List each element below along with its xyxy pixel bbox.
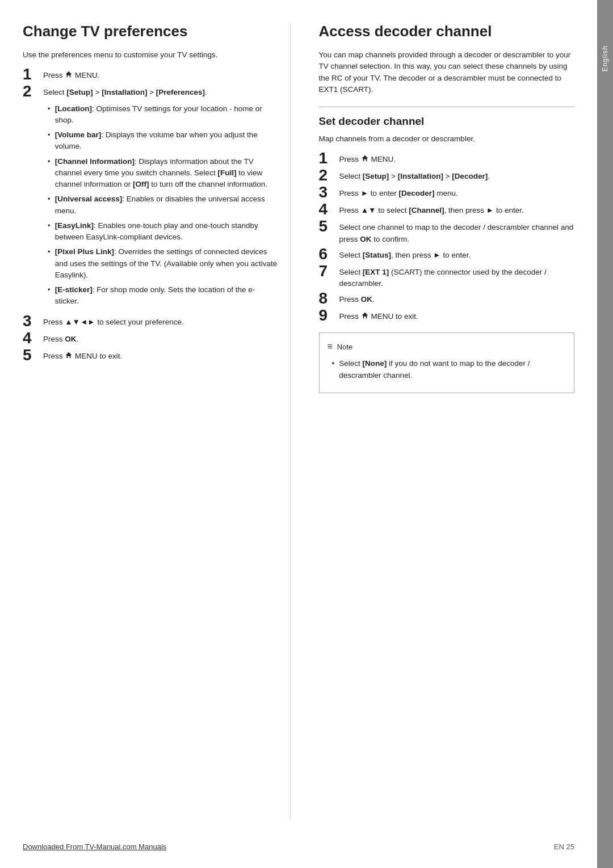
svg-marker-1	[66, 352, 72, 358]
bullet-item-volume: [Volume bar]: Displays the volume bar wh…	[48, 129, 279, 153]
step-content-3: Press ▲▼◄► to select your preference.	[43, 315, 184, 328]
left-step-2: 2 Select [Setup] > [Installation] > [Pre…	[23, 86, 279, 311]
note-bullet-1: Select [None] if you do not want to map …	[332, 358, 566, 381]
right-step-number-1: 1	[319, 150, 339, 166]
left-steps: 1 Press MENU. 2 Select [Setup] > [Instal…	[23, 69, 279, 363]
right-step-4: 4 Press ▲▼ to select [Channel], then pre…	[319, 204, 575, 217]
step-content-1: Press MENU.	[43, 69, 100, 81]
right-step-number-2: 2	[319, 167, 339, 183]
left-step-3: 3 Press ▲▼◄► to select your preference.	[23, 315, 279, 329]
footer-page: EN 25	[554, 842, 574, 851]
step-number-5: 5	[23, 347, 43, 363]
bullet-list-2: [Location]: Optimises TV settings for yo…	[48, 103, 279, 307]
right-steps: 1 Press MENU. 2 Select [Setup] > [Instal…	[319, 153, 575, 323]
home-icon-r1	[361, 154, 369, 162]
right-step-number-6: 6	[319, 246, 339, 262]
step-content-2: Select [Setup] > [Installation] > [Prefe…	[43, 86, 279, 311]
note-box: ≡ Note Select [None] if you do not want …	[319, 332, 575, 393]
right-step-number-4: 4	[319, 201, 339, 217]
bullet-item-pixel: [Pixel Plus Link]: Overrides the setting…	[48, 246, 279, 281]
right-step-number-7: 7	[319, 263, 339, 279]
left-intro: Use the preferences menu to customise yo…	[23, 49, 279, 61]
right-step-9: 9 Press MENU to exit.	[319, 310, 575, 323]
right-step-2: 2 Select [Setup] > [Installation] > [Dec…	[319, 170, 575, 183]
left-title: Change TV preferences	[23, 23, 279, 40]
main-content: Change TV preferences Use the preference…	[0, 0, 597, 868]
right-step-content-3: Press ► to enter [Decoder] menu.	[339, 187, 458, 199]
step-content-4: Press OK.	[43, 332, 78, 345]
right-step-number-9: 9	[319, 307, 339, 323]
note-icon: ≡	[328, 340, 333, 353]
step-number-1: 1	[23, 66, 43, 82]
right-step-content-1: Press MENU.	[339, 153, 396, 165]
right-step-number-5: 5	[319, 218, 339, 234]
page-container: Change TV preferences Use the preference…	[0, 0, 613, 868]
sub-intro: Map channels from a decoder or descrambl…	[319, 133, 575, 145]
home-icon-1	[65, 70, 73, 78]
right-column: Access decoder channel You can map chann…	[313, 23, 575, 820]
bullet-item-universal: [Universal access]: Enables or disables …	[48, 193, 279, 217]
footer: Downloaded From TV-Manual.com Manuals EN…	[23, 837, 574, 851]
note-bullets: Select [None] if you do not want to map …	[332, 358, 566, 381]
footer-link[interactable]: Downloaded From TV-Manual.com Manuals	[23, 842, 166, 851]
sub-title: Set decoder channel	[319, 115, 575, 128]
bullet-item-channel-info: [Channel Information]: Displays informat…	[48, 156, 279, 191]
right-step-content-8: Press OK.	[339, 293, 375, 305]
right-step-number-8: 8	[319, 290, 339, 306]
right-step-8: 8 Press OK.	[319, 293, 575, 306]
home-icon-5	[65, 351, 73, 359]
right-step-6: 6 Select [Status], then press ► to enter…	[319, 248, 575, 262]
left-step-4: 4 Press OK.	[23, 332, 279, 346]
right-divider	[319, 107, 575, 107]
right-step-5: 5 Select one channel to map to the decod…	[319, 221, 575, 245]
svg-marker-0	[66, 71, 72, 78]
bullet-item-esticker: [E-sticker]: For shop mode only. Sets th…	[48, 284, 279, 307]
right-step-7: 7 Select [EXT 1] (SCART) the connector u…	[319, 266, 575, 290]
right-step-content-4: Press ▲▼ to select [Channel], then press…	[339, 204, 524, 216]
columns: Change TV preferences Use the preference…	[23, 23, 574, 820]
note-label: Note	[337, 342, 352, 353]
note-header: ≡ Note	[328, 340, 566, 353]
right-step-3: 3 Press ► to enter [Decoder] menu.	[319, 187, 575, 200]
side-tab-text: English	[601, 45, 609, 71]
right-step-number-3: 3	[319, 184, 339, 200]
right-title: Access decoder channel	[319, 23, 575, 40]
right-step-content-2: Select [Setup] > [Installation] > [Decod…	[339, 170, 490, 182]
svg-marker-2	[362, 155, 368, 162]
left-column: Change TV preferences Use the preference…	[23, 23, 291, 820]
bullet-item-location: [Location]: Optimises TV settings for yo…	[48, 103, 279, 127]
left-step-1: 1 Press MENU.	[23, 69, 279, 82]
step-number-4: 4	[23, 330, 43, 346]
right-step-content-6: Select [Status], then press ► to enter.	[339, 248, 471, 261]
home-icon-r9	[361, 311, 369, 319]
right-intro: You can map channels provided through a …	[319, 49, 575, 95]
right-step-content-5: Select one channel to map to the decoder…	[339, 221, 575, 245]
svg-marker-3	[362, 313, 368, 319]
step-content-5: Press MENU to exit.	[43, 349, 122, 362]
right-step-1: 1 Press MENU.	[319, 153, 575, 166]
right-step-content-9: Press MENU to exit.	[339, 310, 418, 322]
side-tab: English	[597, 0, 613, 868]
right-step-content-7: Select [EXT 1] (SCART) the connector use…	[339, 266, 575, 290]
left-step-5: 5 Press MENU to exit.	[23, 349, 279, 363]
step-number-2: 2	[23, 83, 43, 99]
bullet-item-easylink: [EasyLink]: Enables one-touch play and o…	[48, 220, 279, 243]
step-number-3: 3	[23, 313, 43, 329]
